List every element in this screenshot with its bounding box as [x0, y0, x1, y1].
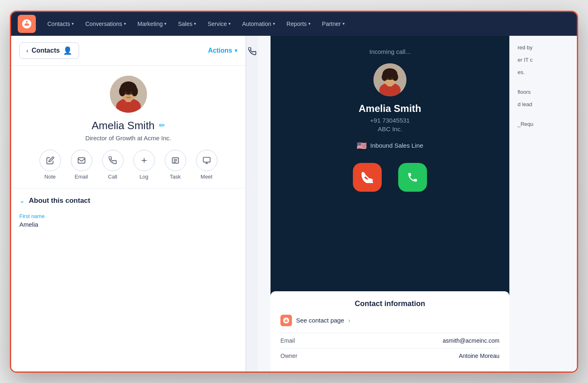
bg-text-4: floors — [518, 88, 570, 96]
nav-automation[interactable]: Automation ▾ — [237, 18, 280, 30]
panel-header: ‹ Contacts 👤 Actions ▾ — [11, 36, 245, 66]
nav-reports[interactable]: Reports ▾ — [282, 18, 315, 30]
meet-action[interactable]: Meet — [196, 150, 217, 180]
owner-info-label: Owner — [280, 353, 297, 359]
actions-dropdown-icon: ▾ — [235, 48, 237, 53]
first-name-value: Amelia — [19, 221, 237, 228]
email-icon — [71, 150, 92, 171]
see-contact-link[interactable]: See contact page › — [280, 315, 499, 326]
call-line: 🇺🇸 Inbound Sales Line — [357, 141, 423, 151]
svg-point-26 — [391, 77, 393, 80]
divider-column — [246, 36, 258, 371]
svg-point-6 — [131, 86, 138, 96]
bg-text-1: red by — [518, 44, 570, 51]
meet-label: Meet — [201, 174, 212, 180]
contacts-back-button[interactable]: ‹ Contacts 👤 — [19, 42, 79, 59]
bg-text-6: _Requ — [518, 121, 570, 128]
actions-label: Actions — [208, 47, 232, 54]
about-header: ⌄ About this contact — [19, 197, 237, 205]
note-action[interactable]: Note — [40, 150, 61, 180]
call-top: Incoming call... — [271, 36, 509, 291]
right-area: Incoming call... — [258, 36, 577, 371]
note-label: Note — [44, 174, 56, 180]
svg-point-8 — [130, 91, 132, 94]
nav-sales[interactable]: Sales ▾ — [173, 18, 201, 30]
right-bg-area: red by er IT c es. floors d lead _Requ — [511, 36, 577, 371]
email-info-value: asmith@acmeinc.com — [443, 337, 499, 344]
svg-point-23 — [382, 73, 387, 81]
contact-info-title: Contact information — [280, 299, 499, 308]
caller-avatar — [373, 63, 406, 96]
svg-rect-10 — [78, 158, 85, 163]
email-info-row: Email asmith@acmeinc.com — [280, 333, 499, 348]
automation-caret: ▾ — [273, 21, 275, 26]
bg-text-5: d lead — [518, 101, 570, 108]
call-action[interactable]: Call — [102, 150, 124, 180]
task-label: Task — [170, 174, 181, 180]
task-action[interactable]: Task — [165, 150, 186, 180]
contact-info-bottom: Contact information See contact page › E… — [271, 291, 509, 371]
call-label: Call — [108, 174, 117, 180]
hubspot-mini-logo — [280, 315, 292, 326]
action-buttons: Note Email — [40, 150, 217, 180]
email-label: Email — [75, 174, 88, 180]
sales-caret: ▾ — [194, 21, 196, 26]
reports-caret: ▾ — [308, 21, 310, 26]
conversations-caret: ▾ — [124, 21, 126, 26]
nav-contacts[interactable]: Contacts ▾ — [42, 18, 79, 30]
incoming-call-panel: Incoming call... — [271, 36, 509, 371]
contact-name-row: Amelia Smith ✏ — [91, 119, 165, 132]
nav-marketing[interactable]: Marketing ▾ — [133, 18, 171, 30]
flag-icon: 🇺🇸 — [357, 141, 367, 151]
navbar: Contacts ▾ Conversations ▾ Marketing ▾ S… — [11, 12, 577, 36]
first-name-label: First name — [19, 213, 237, 219]
hubspot-logo[interactable] — [18, 15, 36, 33]
see-contact-text: See contact page — [296, 317, 344, 324]
caller-phone: +91 73045531 — [370, 117, 410, 124]
side-call-icon[interactable] — [245, 44, 260, 59]
call-buttons — [353, 163, 427, 192]
about-section: ⌄ About this contact First name Amelia — [11, 188, 245, 243]
owner-info-value: Antoine Moreau — [459, 353, 499, 359]
contact-title: Director of Growth at Acme Inc. — [85, 135, 171, 142]
svg-point-25 — [387, 77, 389, 80]
email-action[interactable]: Email — [71, 150, 92, 180]
decline-button[interactable] — [353, 163, 382, 192]
bg-text-2: er IT c — [518, 56, 570, 64]
owner-info-row: Owner Antoine Moreau — [280, 348, 499, 363]
meet-icon — [196, 150, 217, 171]
see-contact-arrow-icon: › — [348, 317, 350, 324]
left-panel: ‹ Contacts 👤 Actions ▾ — [11, 36, 246, 371]
svg-point-9 — [127, 95, 129, 96]
email-info-label: Email — [280, 337, 295, 344]
actions-button[interactable]: Actions ▾ — [208, 47, 237, 54]
log-label: Log — [140, 174, 149, 180]
svg-rect-17 — [203, 157, 210, 162]
task-icon — [165, 150, 186, 171]
first-name-field: First name Amelia — [19, 213, 237, 228]
svg-point-7 — [125, 91, 127, 94]
log-action[interactable]: Log — [133, 150, 155, 180]
contact-name: Amelia Smith — [91, 119, 154, 132]
nav-service[interactable]: Service ▾ — [203, 18, 236, 30]
partner-caret: ▾ — [343, 21, 345, 26]
service-caret: ▾ — [229, 21, 231, 26]
edit-icon[interactable]: ✏ — [159, 121, 165, 130]
avatar — [110, 76, 147, 113]
svg-point-5 — [119, 86, 126, 96]
caller-company: ABC Inc. — [378, 125, 402, 132]
back-label: Contacts — [32, 47, 60, 54]
caller-name: Amelia Smith — [359, 103, 421, 114]
nav-conversations[interactable]: Conversations ▾ — [80, 18, 131, 30]
profile-section: Amelia Smith ✏ Director of Growth at Acm… — [11, 66, 245, 188]
marketing-caret: ▾ — [164, 21, 166, 26]
back-chevron-icon: ‹ — [26, 47, 28, 54]
about-title: About this contact — [29, 197, 90, 205]
incoming-call-label: Incoming call... — [369, 48, 411, 55]
accept-button[interactable] — [398, 163, 427, 192]
bg-text-3: es. — [518, 69, 570, 76]
note-icon — [40, 150, 61, 171]
nav-partner[interactable]: Partner ▾ — [317, 18, 350, 30]
main-content: ‹ Contacts 👤 Actions ▾ — [11, 36, 577, 371]
person-icon: 👤 — [63, 46, 72, 55]
